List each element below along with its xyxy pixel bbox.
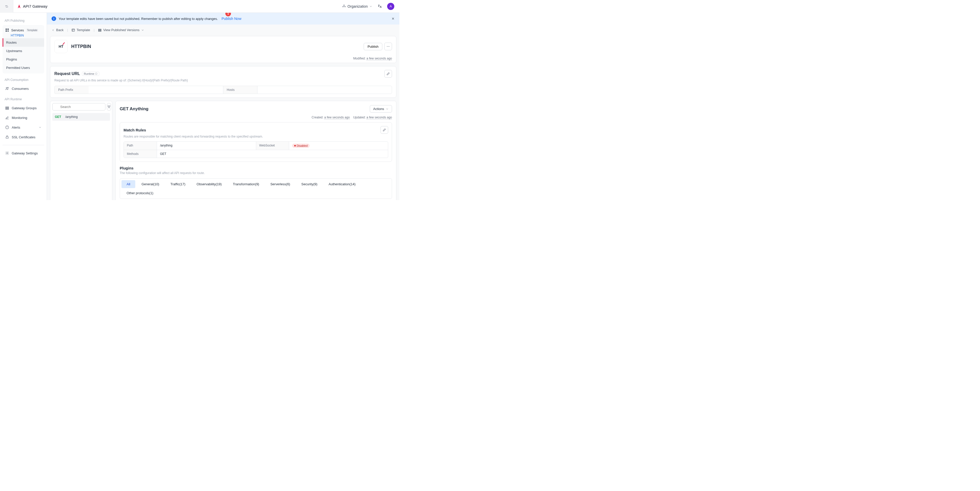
route-method: GET xyxy=(55,115,61,119)
sidebar-item-upstreams[interactable]: Upstreams xyxy=(3,47,44,55)
svg-rect-9 xyxy=(6,106,9,107)
sidebar-item-routes[interactable]: Routes xyxy=(3,38,44,47)
plugin-tab-transformation[interactable]: Transformation(9) xyxy=(228,180,264,188)
service-logo: HT xyxy=(54,40,68,53)
publish-alert: i Your template edits have been saved bu… xyxy=(47,13,399,24)
match-ws-val: Disabled xyxy=(289,141,388,150)
svg-rect-13 xyxy=(6,137,8,138)
filter-icon[interactable] xyxy=(107,103,111,111)
svg-rect-5 xyxy=(6,30,7,32)
disabled-badge: Disabled xyxy=(292,144,310,148)
match-ws-key: WebSocket xyxy=(256,141,289,150)
plugin-tab-serverless[interactable]: Serverless(6) xyxy=(265,180,295,188)
sidebar-item-permitted-users[interactable]: Permitted Users xyxy=(3,64,44,72)
sidebar-item-gateway-settings[interactable]: Gateway Settings xyxy=(3,149,44,157)
svg-point-7 xyxy=(6,87,7,88)
brand-text: API7 Gateway xyxy=(23,4,48,8)
plugin-tab-observability[interactable]: Observability(19) xyxy=(191,180,227,188)
close-icon[interactable] xyxy=(391,17,395,21)
organization-dropdown[interactable]: Organization xyxy=(342,4,372,8)
sidebar-toggle[interactable] xyxy=(0,0,13,13)
ssl-label: SSL Certificates xyxy=(12,135,41,139)
avatar[interactable]: A xyxy=(387,3,394,10)
match-path-val: /anything xyxy=(157,141,256,150)
plugin-tab-general[interactable]: General(10) xyxy=(136,180,164,188)
created-time: a few seconds ago xyxy=(324,116,350,119)
hosts-value xyxy=(257,86,392,94)
plugin-tab-all[interactable]: All xyxy=(121,180,135,188)
route-item[interactable]: GET /anything xyxy=(52,113,110,121)
info-icon xyxy=(95,73,97,75)
route-path: /anything xyxy=(65,115,78,119)
modified-label: Modified: xyxy=(353,57,366,60)
svg-point-19 xyxy=(387,46,387,47)
actions-label: Actions xyxy=(373,107,384,111)
template-badge: Template xyxy=(26,29,38,32)
chevron-down-icon xyxy=(386,107,389,111)
chevron-down-icon xyxy=(38,126,41,129)
match-path-key: Path xyxy=(124,141,157,150)
group-publishing: API Publishing xyxy=(3,15,44,24)
alert-text: Your template edits have been saved but … xyxy=(59,17,218,21)
plugins-title: Plugins xyxy=(120,166,392,170)
match-methods-key: Methods xyxy=(124,150,157,158)
more-actions-icon[interactable] xyxy=(384,43,392,50)
service-modified-meta: Modified: a few seconds ago xyxy=(50,57,396,63)
view-published-crumb[interactable]: View Published Versions xyxy=(98,28,144,32)
sidebar: API Publishing Services Template HTTPBIN… xyxy=(0,13,47,200)
plugin-tab-traffic[interactable]: Traffic(17) xyxy=(165,180,191,188)
breadcrumb: Back | Template | View Published Version… xyxy=(47,24,399,34)
template-crumb[interactable]: Template xyxy=(72,28,90,32)
publish-button[interactable]: Publish xyxy=(364,43,382,50)
svg-point-21 xyxy=(389,46,390,47)
updated-label: Updated: xyxy=(353,116,366,119)
services-subname[interactable]: HTTPBIN xyxy=(3,34,44,38)
created-label: Created: xyxy=(312,116,323,119)
svg-rect-16 xyxy=(99,29,101,29)
brand: API7 Gateway xyxy=(17,4,48,9)
plugin-tab-security[interactable]: Security(9) xyxy=(296,180,323,188)
template-label: Template xyxy=(76,28,90,32)
plugin-tab-authentication[interactable]: Authentication(14) xyxy=(324,180,361,188)
svg-rect-4 xyxy=(7,29,9,30)
routes-panel: GET /anything xyxy=(50,101,112,200)
routes-search-input[interactable] xyxy=(52,103,105,111)
edit-match-rules-icon[interactable] xyxy=(380,126,388,134)
svg-rect-11 xyxy=(6,109,9,110)
publish-count-badge: 1 xyxy=(225,13,231,16)
path-prefix-value xyxy=(89,86,223,94)
info-icon: i xyxy=(52,16,56,21)
edit-request-url-icon[interactable] xyxy=(384,70,392,78)
plugin-tab-other[interactable]: Other protocols(1) xyxy=(121,189,159,197)
publish-now-link[interactable]: Publish Now xyxy=(221,17,242,21)
hosts-label: Hosts xyxy=(223,86,257,94)
plugins-desc: The following configuration will affect … xyxy=(120,171,392,175)
consumers-label: Consumers xyxy=(12,87,41,91)
sidebar-item-monitoring[interactable]: Monitoring xyxy=(3,113,44,122)
language-icon[interactable] xyxy=(377,4,382,9)
gateway-groups-label: Gateway Groups xyxy=(12,106,41,110)
avatar-initial: A xyxy=(390,4,392,8)
sidebar-item-plugins[interactable]: Plugins xyxy=(3,55,44,64)
sidebar-item-ssl[interactable]: SSL Certificates xyxy=(3,133,44,141)
group-runtime: API Runtime xyxy=(3,94,44,103)
chevron-down-icon xyxy=(141,29,144,32)
route-title: GET Anything xyxy=(120,106,148,111)
path-prefix-label: Path Prefix xyxy=(54,86,89,94)
request-url-desc: Request to all API URLs in this service … xyxy=(54,79,392,82)
services-title: Services xyxy=(11,28,24,32)
service-name: HTTPBIN xyxy=(71,44,91,49)
back-link[interactable]: Back xyxy=(52,28,64,32)
sidebar-item-services[interactable]: Services Template xyxy=(3,27,44,34)
actions-dropdown[interactable]: Actions xyxy=(370,105,392,113)
sidebar-item-gateway-groups[interactable]: Gateway Groups xyxy=(3,103,44,112)
match-rules-title: Match Rules xyxy=(124,128,146,132)
svg-point-0 xyxy=(344,5,344,6)
route-meta: Created: a few seconds ago Updated: a fe… xyxy=(120,116,392,119)
sidebar-item-consumers[interactable]: Consumers xyxy=(3,84,44,93)
svg-point-6 xyxy=(7,30,9,32)
svg-point-14 xyxy=(6,153,8,154)
sidebar-item-alerts[interactable]: Alerts xyxy=(3,123,44,132)
match-methods-val: GET xyxy=(157,150,388,158)
sidebar-divider xyxy=(3,145,44,145)
